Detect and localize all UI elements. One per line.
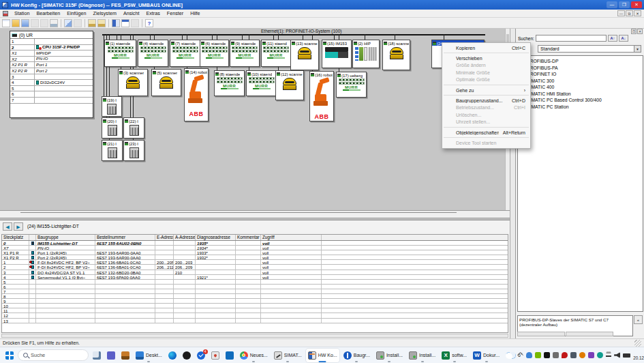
tree-item-profibus-pa[interactable]: +PROFIBUS-PA xyxy=(518,65,643,72)
rack-row[interactable]: X1MPI/DP xyxy=(10,50,93,57)
bat-tray-icon[interactable] xyxy=(623,353,630,358)
catalog-toolbar-icon[interactable] xyxy=(112,19,120,27)
next-device-button[interactable]: ▶ xyxy=(14,222,23,231)
table-row[interactable]: 0IM155-Lichtgitter-DT6ES7 155-6AU02-0BN0… xyxy=(2,241,508,246)
paste-toolbar-icon[interactable] xyxy=(74,19,82,27)
device-scan[interactable]: (13) scanne xyxy=(290,40,319,70)
device-scan[interactable]: (3) scanner xyxy=(118,69,148,96)
pr-tray-icon[interactable] xyxy=(588,352,594,358)
table-row[interactable]: 13 xyxy=(2,319,508,323)
device-murr[interactable]: (4) staendeMURR xyxy=(138,40,168,67)
table-row[interactable]: 5 xyxy=(2,280,508,285)
menu-item-kopieren[interactable]: KopierenCtrl+C xyxy=(442,44,530,51)
minimize-button[interactable]: — xyxy=(607,1,617,8)
menu-extras[interactable]: Extras xyxy=(142,10,163,16)
device-murr[interactable]: (10) staendMURR xyxy=(246,70,277,96)
vol-tray-icon[interactable] xyxy=(614,352,620,358)
rack-row[interactable]: 5 xyxy=(10,86,93,92)
rack-row[interactable]: X2 P2 RPort 2 xyxy=(10,68,93,74)
device-im153[interactable]: (15) IM153 xyxy=(322,40,352,68)
taskbar-item-baugr[interactable]: Baugr... xyxy=(341,349,372,362)
up-tray-icon[interactable] xyxy=(579,352,585,358)
taskbar-item-edge[interactable] xyxy=(166,349,179,362)
print-toolbar-icon[interactable] xyxy=(50,19,58,27)
savec-toolbar-icon[interactable] xyxy=(40,19,48,27)
device-murr[interactable]: (7) staendeMURR xyxy=(170,40,200,67)
kas-tray-icon[interactable] xyxy=(544,352,550,358)
start-button[interactable] xyxy=(3,349,16,362)
tree-item-simatic-pc-based-control-300-400[interactable]: +SIMATIC PC Based Control 300/400 xyxy=(518,97,643,104)
nv-tray-icon[interactable] xyxy=(535,352,541,358)
table-row[interactable]: 6 xyxy=(2,285,508,289)
catalog-close-button[interactable]: ✕ xyxy=(637,29,643,34)
table-row[interactable]: 8 xyxy=(2,294,508,299)
prev-device-button[interactable]: ◀ xyxy=(3,222,12,231)
device-murr[interactable]: (9) staendeMURR xyxy=(230,40,260,67)
device-murr[interactable]: (1) staendeMURR xyxy=(104,40,136,67)
device-mod[interactable]: (19) I xyxy=(102,96,122,117)
new-toolbar-icon[interactable] xyxy=(2,19,10,27)
taskbar-search[interactable]: Suche xyxy=(18,349,89,361)
menu-item-baugruppenzustand-[interactable]: Baugruppenzustand...Ctrl+D xyxy=(442,97,530,104)
table-row[interactable]: X1 P1 RPort 1 (2xRJ45)6ES7 193-6AR00-0AA… xyxy=(2,250,508,255)
taskbar-item-hwconfig[interactable]: HW Ko... xyxy=(306,349,339,362)
table-row[interactable]: 11 xyxy=(2,308,508,313)
taskbar-item-outlook[interactable] xyxy=(224,349,236,362)
device-mod[interactable]: (21) I xyxy=(102,140,123,161)
mdi-close-button[interactable]: ✕ xyxy=(634,10,641,16)
menu-item-gehe-zu[interactable]: Gehe zu› xyxy=(442,87,530,93)
taskbar-item-install[interactable]: Install... xyxy=(374,349,405,362)
tree-item-simatic-300[interactable]: +SIMATIC 300 xyxy=(518,78,643,85)
menu-fenster[interactable]: Fenster xyxy=(164,10,187,16)
hw-config-canvas[interactable]: Ethernet(1): PROFINET-IO-System (100) (0… xyxy=(0,29,510,210)
menu-bearbeiten[interactable]: Bearbeiten xyxy=(33,10,63,16)
catalog-info-button[interactable]: « xyxy=(634,315,643,324)
table-row[interactable]: 7 xyxy=(2,289,508,294)
table-row[interactable]: 2F-DI 8x24VDC HF2, BP V2~6ES7 136-6BA01-… xyxy=(2,265,508,270)
taskbar-item-word[interactable]: WDokur... xyxy=(471,349,502,362)
taskbar-item-check[interactable]: 4 xyxy=(195,349,207,362)
table-row[interactable]: 1F-DI 8x24VDC HF2, BP V2~6ES7 136-6BA01-… xyxy=(2,260,508,265)
catalog-tree[interactable]: +PROFIBUS-DP+PROFIBUS-PA+PROFINET IO+SIM… xyxy=(517,55,643,312)
table-row[interactable]: 4Servermodul V1.1 (0 Byt~6ES7 193-6PA00-… xyxy=(2,275,508,280)
rack-row[interactable]: 1 xyxy=(10,39,93,45)
rack-row[interactable]: 6 xyxy=(10,91,93,98)
device-scan[interactable]: (18) scanne xyxy=(382,40,410,70)
rack-row[interactable]: X2 P1 RPort 1 xyxy=(10,62,93,68)
profile-dropdown[interactable]: Standard ▼ xyxy=(538,45,641,53)
down-toolbar-icon[interactable] xyxy=(88,19,96,27)
device-hip[interactable]: (2) HIP xyxy=(352,40,380,68)
detail-pane-hscrollbar[interactable] xyxy=(1,334,508,338)
mdi-minimize-button[interactable]: — xyxy=(617,10,625,16)
taskbar-item-teams[interactable] xyxy=(105,349,117,362)
taskbar-clock[interactable]: 13:0620.12.2024 xyxy=(633,351,644,360)
mc-tray-icon[interactable] xyxy=(562,352,568,358)
close-button[interactable]: ✕ xyxy=(631,1,642,8)
rack-window[interactable]: (0) UR 12CPU 315F-2 PN/DPX1MPI/DPX2PN-IO… xyxy=(10,31,93,118)
chevron-down-icon[interactable]: ▼ xyxy=(634,46,641,52)
taskbar-item-desktop[interactable]: Deskt... xyxy=(134,349,164,362)
menu-zielsystem[interactable]: Zielsystem xyxy=(90,10,120,16)
maximize-button[interactable]: ❐ xyxy=(619,1,630,8)
device-murr[interactable]: (17) uebergMURR xyxy=(336,72,367,98)
taskbar-item-chrome[interactable]: Neues... xyxy=(238,349,270,362)
tree-item-profibus-dp[interactable]: +PROFIBUS-DP xyxy=(518,58,643,65)
device-murr[interactable]: (6) staendeMURR xyxy=(200,40,229,67)
mdi-restore-button[interactable]: ⧉ xyxy=(626,10,633,16)
table-row[interactable]: X1 P2 RPort 2 (2xRJ45)6ES7 193-6AR00-0AA… xyxy=(2,255,508,260)
rack-row[interactable]: 2CPU 315F-2 PN/DP xyxy=(10,45,93,51)
device-murr[interactable]: (8) staendeMURR xyxy=(214,70,245,96)
cloud-tray-icon[interactable] xyxy=(526,352,532,358)
g2-tray-icon[interactable] xyxy=(570,352,577,358)
device-mod[interactable]: (20) I xyxy=(102,117,123,139)
save-toolbar-icon[interactable] xyxy=(31,19,39,27)
device-rob[interactable]: (16) roboteABB xyxy=(309,71,334,121)
find-next-button[interactable]: A↑ xyxy=(608,35,617,42)
tree-item-simatic-pc-station[interactable]: +SIMATIC PC Station xyxy=(518,104,643,111)
taskbar-item-simatic[interactable]: SIMAT... xyxy=(272,349,304,362)
menu-ansicht[interactable]: Ansicht xyxy=(120,10,143,16)
net-toolbar-icon[interactable] xyxy=(131,19,139,27)
device-mod[interactable]: (22) I xyxy=(123,117,144,139)
canvas-hscrollbar[interactable] xyxy=(0,210,510,218)
menu-item-objekteigenschaften-[interactable]: Objekteigenschaften...Alt+Return xyxy=(442,129,530,136)
